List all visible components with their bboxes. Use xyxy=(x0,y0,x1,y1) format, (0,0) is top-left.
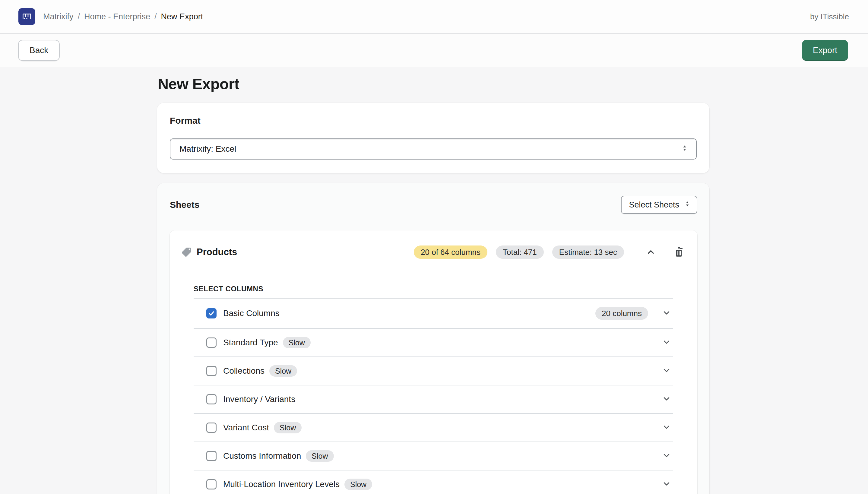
select-columns-label: SELECT COLUMNS xyxy=(194,285,673,293)
estimate-badge: Estimate: 13 sec xyxy=(552,246,624,259)
column-group-checkbox[interactable] xyxy=(206,308,216,319)
total-badge: Total: 471 xyxy=(496,246,544,259)
column-group-checkbox[interactable] xyxy=(206,338,216,348)
export-button[interactable]: Export xyxy=(802,40,848,61)
columns-selected-badge: 20 of 64 columns xyxy=(414,246,487,259)
slow-badge: Slow xyxy=(274,422,302,433)
column-group-label: Customs Information xyxy=(223,451,301,461)
main-content: New Export Format Matrixify: Excel Sheet… xyxy=(0,67,868,494)
breadcrumb-item: New Export xyxy=(161,12,203,21)
column-group-label: Basic Columns xyxy=(223,308,279,318)
back-button[interactable]: Back xyxy=(18,40,60,61)
products-sheet-card: Products 20 of 64 columns Total: 471 Est… xyxy=(170,230,697,494)
breadcrumb-separator: / xyxy=(78,12,80,21)
column-group-label: Standard Type xyxy=(223,338,278,347)
sheets-card: Sheets Select Sheets xyxy=(157,183,709,494)
select-sheets-button[interactable]: Select Sheets xyxy=(621,196,697,214)
column-group-checkbox[interactable] xyxy=(206,422,216,433)
select-updown-icon xyxy=(680,144,689,154)
tag-icon xyxy=(181,247,192,258)
column-group-checkbox[interactable] xyxy=(206,479,216,490)
slow-badge: Slow xyxy=(344,479,372,490)
column-group-label: Variant Cost xyxy=(223,423,269,433)
breadcrumb-separator: / xyxy=(154,12,157,21)
chevron-down-icon[interactable] xyxy=(661,450,672,462)
column-group-checkbox[interactable] xyxy=(206,366,216,376)
page-title: New Export xyxy=(158,75,868,93)
slow-badge: Slow xyxy=(283,337,311,348)
format-heading: Format xyxy=(170,115,697,126)
column-group-label: Multi-Location Inventory Levels xyxy=(223,479,340,489)
action-bar: Back Export xyxy=(0,34,868,67)
column-group-row[interactable]: Basic Columns 20 columns xyxy=(194,299,673,329)
column-group-row[interactable]: Customs Information Slow xyxy=(194,442,673,471)
chevron-down-icon[interactable] xyxy=(661,422,672,433)
columns-count-badge: 20 columns xyxy=(595,307,648,320)
column-group-checkbox[interactable] xyxy=(206,394,216,404)
matrixify-logo-icon[interactable] xyxy=(18,8,35,25)
column-group-label: Collections xyxy=(223,366,265,376)
chevron-down-icon[interactable] xyxy=(661,337,672,348)
column-group-row[interactable]: Standard Type Slow xyxy=(194,329,673,357)
slow-badge: Slow xyxy=(306,450,333,462)
chevron-down-icon[interactable] xyxy=(661,394,672,405)
chevron-down-icon[interactable] xyxy=(661,479,672,490)
delete-sheet-button[interactable] xyxy=(674,247,684,258)
breadcrumb: Matrixify/Home - Enterprise/New Export xyxy=(43,12,203,21)
breadcrumb-item[interactable]: Matrixify xyxy=(43,12,74,21)
format-select-value: Matrixify: Excel xyxy=(179,144,236,154)
app-byline: by ITissible xyxy=(810,12,849,21)
column-group-checkbox[interactable] xyxy=(206,451,216,461)
select-updown-icon xyxy=(683,200,691,210)
sheets-heading: Sheets xyxy=(170,200,199,210)
format-card: Format Matrixify: Excel xyxy=(157,103,709,173)
chevron-down-icon[interactable] xyxy=(661,308,672,319)
format-select[interactable]: Matrixify: Excel xyxy=(170,138,697,159)
column-group-row[interactable]: Variant Cost Slow xyxy=(194,414,673,442)
column-group-row[interactable]: Multi-Location Inventory Levels Slow xyxy=(194,471,673,494)
select-columns-section: SELECT COLUMNS Basic Columns 20 columns … xyxy=(194,285,673,494)
sheet-title: Products xyxy=(197,247,237,258)
collapse-sheet-button[interactable] xyxy=(646,247,656,257)
column-group-row[interactable]: Collections Slow xyxy=(194,357,673,385)
chevron-down-icon[interactable] xyxy=(661,365,672,377)
column-groups-list: Basic Columns 20 columns Standard Type S… xyxy=(194,299,673,494)
slow-badge: Slow xyxy=(269,365,297,377)
column-group-row[interactable]: Inventory / Variants xyxy=(194,385,673,414)
breadcrumb-item[interactable]: Home - Enterprise xyxy=(84,12,150,21)
column-group-label: Inventory / Variants xyxy=(223,395,295,404)
top-bar: Matrixify/Home - Enterprise/New Export b… xyxy=(0,0,868,34)
select-sheets-label: Select Sheets xyxy=(629,200,679,210)
